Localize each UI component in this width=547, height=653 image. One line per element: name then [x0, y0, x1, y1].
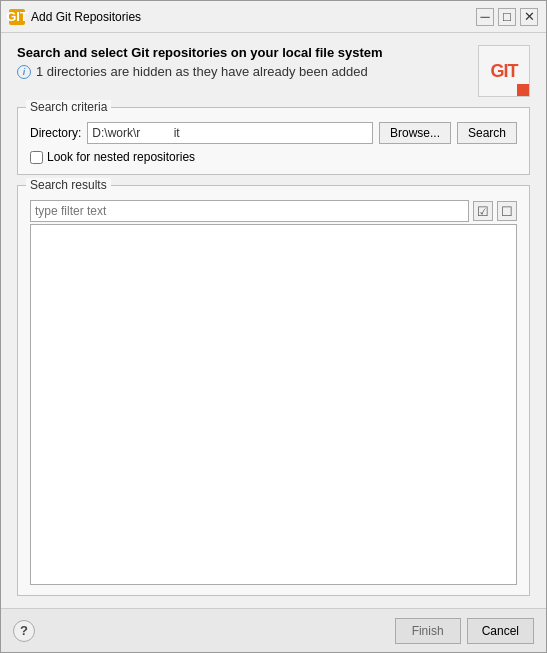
uncheck-all-icon: ☐ [501, 204, 513, 219]
info-row: i 1 directories are hidden as they have … [17, 64, 478, 79]
dialog-content: Search and select Git repositories on yo… [1, 33, 546, 608]
filter-row: ☑ ☐ [30, 200, 517, 222]
minimize-button[interactable]: ─ [476, 8, 494, 26]
cancel-button[interactable]: Cancel [467, 618, 534, 644]
info-icon: i [17, 65, 31, 79]
minimize-icon: ─ [480, 9, 489, 24]
close-icon: ✕ [524, 9, 535, 24]
title-bar-left: GIT Add Git Repositories [9, 9, 141, 25]
help-icon: ? [20, 623, 28, 638]
uncheck-all-button[interactable]: ☐ [497, 201, 517, 221]
close-button[interactable]: ✕ [520, 8, 538, 26]
search-results-section: Search results ☑ ☐ [17, 185, 530, 596]
finish-button[interactable]: Finish [395, 618, 461, 644]
search-criteria-content: Directory: Browse... Search Look for nes… [30, 122, 517, 164]
browse-button[interactable]: Browse... [379, 122, 451, 144]
search-criteria-legend: Search criteria [26, 100, 111, 114]
git-logo: GIT [478, 45, 530, 97]
results-content: ☑ ☐ [30, 200, 517, 585]
search-results-legend: Search results [26, 178, 111, 192]
dialog-header: Search and select Git repositories on yo… [17, 45, 530, 97]
directory-row: Directory: Browse... Search [30, 122, 517, 144]
footer-right: Finish Cancel [395, 618, 534, 644]
dialog-title: Search and select Git repositories on yo… [17, 45, 478, 60]
dialog-header-text: Search and select Git repositories on yo… [17, 45, 478, 79]
dialog-window: GIT Add Git Repositories ─ □ ✕ Search an… [0, 0, 547, 653]
search-criteria-section: Search criteria Directory: Browse... Sea… [17, 107, 530, 175]
check-all-icon: ☑ [477, 204, 489, 219]
maximize-icon: □ [503, 9, 511, 24]
nested-repos-checkbox[interactable] [30, 151, 43, 164]
window-title: Add Git Repositories [31, 10, 141, 24]
help-button[interactable]: ? [13, 620, 35, 642]
filter-input[interactable] [30, 200, 469, 222]
title-bar: GIT Add Git Repositories ─ □ ✕ [1, 1, 546, 33]
results-list[interactable] [30, 224, 517, 585]
nested-repos-label: Look for nested repositories [47, 150, 195, 164]
check-all-button[interactable]: ☑ [473, 201, 493, 221]
directory-input[interactable] [87, 122, 373, 144]
dialog-footer: ? Finish Cancel [1, 608, 546, 652]
title-bar-controls: ─ □ ✕ [476, 8, 538, 26]
directory-label: Directory: [30, 126, 81, 140]
info-text: 1 directories are hidden as they have al… [36, 64, 368, 79]
maximize-button[interactable]: □ [498, 8, 516, 26]
footer-left: ? [13, 620, 35, 642]
nested-repos-row: Look for nested repositories [30, 150, 517, 164]
search-button[interactable]: Search [457, 122, 517, 144]
git-title-icon: GIT [9, 9, 25, 25]
